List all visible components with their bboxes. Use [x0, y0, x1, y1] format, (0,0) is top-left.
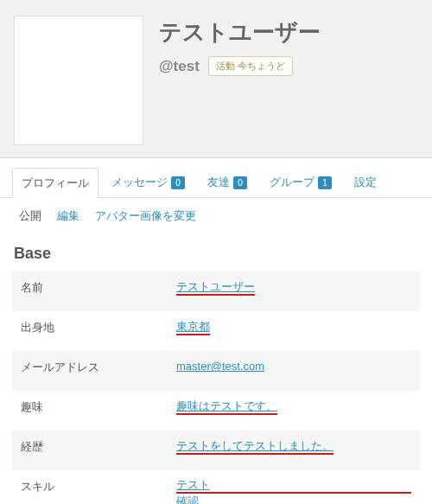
display-name: テストユーザー — [159, 17, 418, 48]
activity-badge: 活動 今ちょうど — [208, 56, 293, 76]
tab-settings[interactable]: 設定 — [345, 167, 386, 197]
field-value-cell: 東京都 — [168, 311, 420, 351]
sub-tabs: 公開 編集 アバター画像を変更 — [0, 198, 432, 234]
subtab-edit[interactable]: 編集 — [57, 208, 79, 224]
tab-groups-badge: 1 — [318, 176, 332, 189]
handle-row: @test 活動 今ちょうど — [159, 56, 418, 76]
tab-settings-label: 設定 — [354, 175, 377, 190]
subtab-change-avatar[interactable]: アバター画像を変更 — [95, 208, 196, 224]
tab-friends-badge: 0 — [233, 176, 247, 189]
main-tabs: プロフィール メッセージ 0 友達 0 グループ 1 設定 — [0, 158, 432, 198]
profile-header: テストユーザー @test 活動 今ちょうど — [0, 0, 432, 158]
field-row-email: メールアドレス master@test.com — [12, 351, 420, 391]
field-label: 趣味 — [12, 391, 168, 431]
field-value-cell: master@test.com — [168, 351, 420, 391]
skill-link[interactable]: テスト — [176, 479, 411, 494]
field-value-cell: テストユーザー — [168, 271, 420, 311]
origin-link[interactable]: 東京都 — [176, 321, 210, 335]
email-link[interactable]: master@test.com — [176, 360, 264, 373]
tab-groups-label: グループ — [270, 175, 314, 190]
tab-friends-label: 友達 — [207, 175, 230, 190]
tab-messages[interactable]: メッセージ 0 — [102, 167, 194, 197]
avatar[interactable] — [14, 16, 143, 145]
field-value-cell: 趣味はテストです。 — [168, 391, 420, 431]
field-row-name: 名前 テストユーザー — [12, 271, 420, 311]
field-label: メールアドレス — [12, 351, 168, 391]
career-link[interactable]: テストをしてテストしました。 — [176, 440, 334, 455]
name-link[interactable]: テストユーザー — [176, 281, 255, 296]
skill-link[interactable]: 確認 — [176, 495, 411, 504]
tab-friends[interactable]: 友達 0 — [198, 167, 257, 197]
section-title: Base — [14, 245, 420, 263]
subtab-public[interactable]: 公開 — [19, 208, 41, 224]
hobby-link[interactable]: 趣味はテストです。 — [176, 400, 277, 415]
field-row-origin: 出身地 東京都 — [12, 311, 420, 351]
tab-profile[interactable]: プロフィール — [12, 168, 98, 198]
tab-messages-badge: 0 — [171, 176, 185, 189]
field-value-cell: テスト 確認 検証 — [168, 470, 420, 504]
tab-profile-label: プロフィール — [22, 175, 89, 191]
field-label: 名前 — [12, 271, 168, 311]
profile-fields-table: 名前 テストユーザー 出身地 東京都 メールアドレス master@test.c… — [12, 271, 420, 504]
tab-messages-label: メッセージ — [111, 175, 168, 190]
field-value-cell: テストをしてテストしました。 — [168, 431, 420, 470]
field-label: スキル — [12, 470, 168, 504]
field-label: 経歴 — [12, 431, 168, 470]
field-label: 出身地 — [12, 311, 168, 351]
profile-section: Base 名前 テストユーザー 出身地 東京都 メールアドレス master@t… — [0, 234, 432, 504]
tab-groups[interactable]: グループ 1 — [260, 167, 341, 197]
profile-title-block: テストユーザー @test 活動 今ちょうど — [159, 16, 418, 145]
field-row-skill: スキル テスト 確認 検証 — [12, 470, 420, 504]
field-row-career: 経歴 テストをしてテストしました。 — [12, 431, 420, 470]
handle: @test — [159, 58, 200, 75]
field-row-hobby: 趣味 趣味はテストです。 — [12, 391, 420, 431]
